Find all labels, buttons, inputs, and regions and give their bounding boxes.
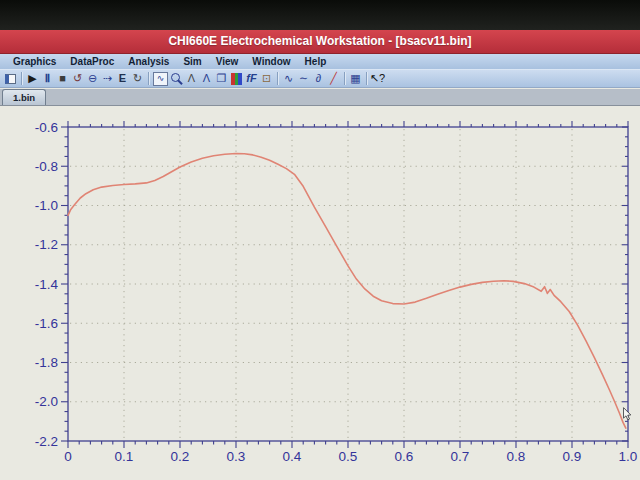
menu-item-analysis[interactable]: Analysis xyxy=(121,54,176,69)
smooth-icon[interactable]: ∿ xyxy=(281,71,296,86)
tab-1bin[interactable]: 1.bin xyxy=(2,89,46,105)
slope-baseline-icon[interactable]: ╱ xyxy=(326,71,341,86)
x-tick-label: 0.3 xyxy=(227,449,246,464)
toolbar: ▶Ⅱ■↺⊖⇢E↻∿ΛΛ❐fF⊡∿∼∂╱▦↖? xyxy=(0,69,640,88)
menu-item-dataproc[interactable]: DataProc xyxy=(63,54,121,69)
x-tick-label: 0.4 xyxy=(283,449,302,464)
y-tick-label: -0.6 xyxy=(35,120,58,135)
menu-bar: GraphicsDataProcAnalysisSimViewWindowHel… xyxy=(0,54,640,69)
x-tick-label: 0 xyxy=(64,449,72,464)
toolbar-separator xyxy=(366,72,367,85)
window-glyph xyxy=(5,74,16,84)
toolbar-separator xyxy=(277,72,278,85)
menu-item-view[interactable]: View xyxy=(209,54,246,69)
x-tick-label: 0.9 xyxy=(563,449,582,464)
x-tick-label: 1.0 xyxy=(619,449,638,464)
copy-clipboard-icon[interactable]: ⊡ xyxy=(259,71,274,86)
semi-derivative-icon[interactable]: ∼ xyxy=(296,71,311,86)
y-tick-label: -1.2 xyxy=(35,237,58,252)
mouse-cursor-icon xyxy=(624,408,631,420)
menu-item-help[interactable]: Help xyxy=(298,54,334,69)
pause-icon[interactable]: Ⅱ xyxy=(40,71,55,86)
data-grid-icon[interactable]: ▦ xyxy=(348,71,363,86)
x-tick-label: 0.7 xyxy=(451,449,470,464)
zero-current-icon[interactable]: ⊖ xyxy=(85,71,100,86)
document-tab-bar: 1.bin xyxy=(0,89,640,106)
x-tick-label: 0.5 xyxy=(339,449,358,464)
menu-item-graphics[interactable]: Graphics xyxy=(6,54,63,69)
monitor-screen: CHI660E Electrochemical Workstation - [b… xyxy=(0,0,640,480)
ff-scale-icon[interactable]: fF xyxy=(244,71,259,86)
open-circuit-e-icon[interactable]: E xyxy=(115,71,130,86)
file-window-icon[interactable] xyxy=(3,71,18,86)
derivative-icon[interactable]: ∂ xyxy=(311,71,326,86)
window-title: CHI660E Electrochemical Workstation - [b… xyxy=(168,34,471,48)
y-tick-label: -0.8 xyxy=(35,159,58,174)
peak-report-icon[interactable]: Λ xyxy=(199,71,214,86)
toolbar-separator xyxy=(21,72,22,85)
x-tick-label: 0.2 xyxy=(171,449,190,464)
zoom-icon[interactable] xyxy=(169,71,184,86)
tab-label: 1.bin xyxy=(13,92,35,103)
ramp-icon[interactable]: ⇢ xyxy=(100,71,115,86)
context-help-icon[interactable]: ↖? xyxy=(370,71,385,86)
toolbar-separator xyxy=(344,72,345,85)
x-tick-label: 0.1 xyxy=(115,449,134,464)
rgb-glyph xyxy=(231,73,242,85)
window-titlebar[interactable]: CHI660E Electrochemical Workstation - [b… xyxy=(0,30,640,54)
y-tick-label: -1.8 xyxy=(35,355,58,370)
curve-cv-trace xyxy=(68,154,626,429)
x-tick-label: 0.6 xyxy=(395,449,414,464)
rotation-icon[interactable]: ↻ xyxy=(130,71,145,86)
run-icon[interactable]: ▶ xyxy=(25,71,40,86)
menu-item-sim[interactable]: Sim xyxy=(176,54,208,69)
chart-canvas[interactable]: 00.10.20.30.40.50.60.70.80.91.0-0.6-0.8-… xyxy=(0,106,640,480)
overlay-plots-icon[interactable]: ❐ xyxy=(214,71,229,86)
monitor-bezel xyxy=(0,0,640,30)
graph-window-icon[interactable]: ∿ xyxy=(153,72,168,86)
y-tick-label: -2.0 xyxy=(35,394,58,409)
reverse-scan-icon[interactable]: ↺ xyxy=(70,71,85,86)
menu-item-window[interactable]: Window xyxy=(245,54,297,69)
peak-definition-icon[interactable]: Λ xyxy=(184,71,199,86)
rgb-bars-icon[interactable] xyxy=(229,71,244,86)
y-tick-label: -2.2 xyxy=(35,434,58,449)
magnifier-glyph xyxy=(170,72,183,85)
y-tick-label: -1.4 xyxy=(35,277,59,292)
plot-area: 00.10.20.30.40.50.60.70.80.91.0-0.6-0.8-… xyxy=(0,106,640,480)
toolbar-separator xyxy=(148,72,149,85)
y-tick-label: -1.0 xyxy=(35,198,58,213)
y-tick-label: -1.6 xyxy=(35,316,58,331)
stop-icon[interactable]: ■ xyxy=(55,71,70,86)
x-tick-label: 0.8 xyxy=(507,449,526,464)
